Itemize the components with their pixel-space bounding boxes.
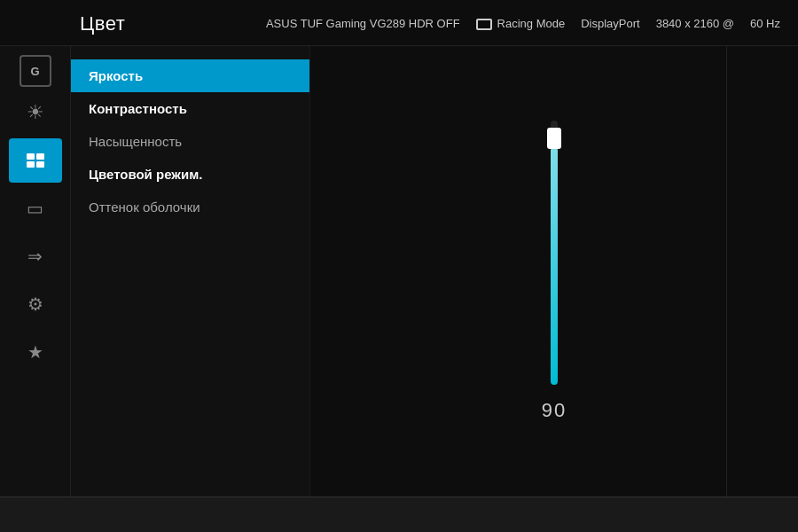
- svg-rect-0: [27, 153, 35, 160]
- menu-item-saturation[interactable]: Насыщенность: [71, 125, 309, 158]
- slider-fill: [551, 147, 558, 385]
- model-name: ASUS TUF Gaming VG289 HDR OFF: [266, 17, 460, 30]
- menu-item-brightness[interactable]: Яркость: [71, 59, 309, 92]
- bottom-bar: [0, 497, 798, 532]
- sidebar-item-brightness[interactable]: ☀: [9, 90, 62, 135]
- svg-rect-2: [27, 161, 35, 168]
- sidebar-item-gaming[interactable]: G: [20, 55, 51, 87]
- refresh-rate: 60 Hz: [750, 17, 780, 30]
- sidebar-item-system[interactable]: ⚙: [9, 282, 62, 326]
- slider-container[interactable]: 90: [542, 121, 567, 422]
- sidebar-item-favorite[interactable]: ★: [9, 330, 62, 374]
- content-area: 90: [310, 46, 798, 497]
- slider-value: 90: [542, 399, 567, 422]
- menu-item-skin-tone[interactable]: Оттенок оболочки: [71, 191, 309, 223]
- resolution: 3840 x 2160 @: [656, 17, 734, 30]
- monitor-icon: [476, 19, 492, 30]
- svg-rect-1: [36, 153, 44, 160]
- mode-indicator: Racing Mode: [476, 17, 566, 30]
- page-title: Цвет: [80, 12, 125, 35]
- sidebar-item-input[interactable]: ⇒: [9, 234, 62, 278]
- mode-label: Racing Mode: [497, 17, 566, 30]
- sidebar-item-image[interactable]: ▭: [9, 186, 62, 231]
- header-info: ASUS TUF Gaming VG289 HDR OFF Racing Mod…: [266, 17, 780, 30]
- divider-line: [726, 46, 727, 497]
- menu-item-color-mode[interactable]: Цветовой режим.: [71, 158, 309, 191]
- svg-rect-3: [36, 161, 44, 168]
- main-content: G ☀ ▭ ⇒ ⚙ ★ Яркость Контрастность Насыще…: [0, 46, 798, 497]
- slider-track[interactable]: [551, 121, 558, 385]
- color-icon: [25, 150, 46, 171]
- menu-panel: Яркость Контрастность Насыщенность Цвето…: [71, 46, 310, 497]
- sidebar: G ☀ ▭ ⇒ ⚙ ★: [0, 46, 71, 497]
- connection-type: DisplayPort: [581, 17, 639, 30]
- header: Цвет ASUS TUF Gaming VG289 HDR OFF Racin…: [0, 0, 798, 46]
- sidebar-item-color[interactable]: [9, 138, 62, 183]
- menu-item-contrast[interactable]: Контрастность: [71, 92, 309, 125]
- slider-thumb[interactable]: [547, 128, 561, 149]
